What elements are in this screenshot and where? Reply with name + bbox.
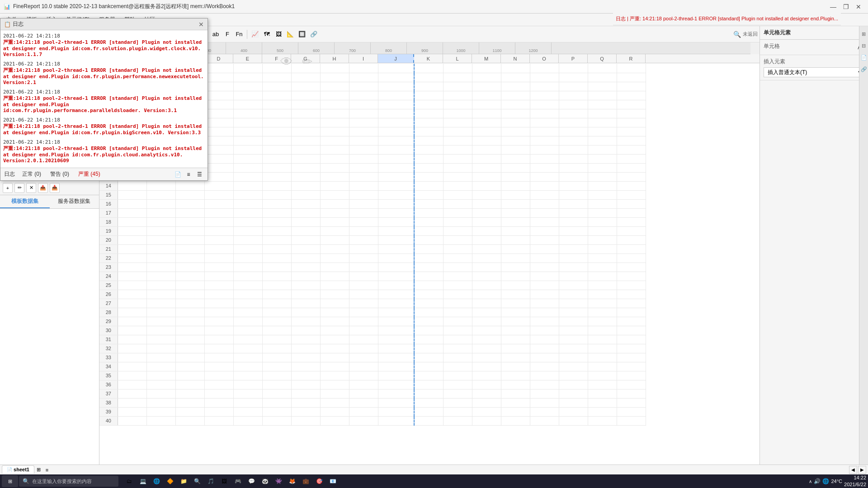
cell-Q37[interactable] (588, 389, 617, 398)
cell-B39[interactable] (146, 407, 175, 416)
cell-C34[interactable] (175, 362, 204, 371)
restore-button[interactable]: ❐ (840, 2, 852, 11)
format-btn[interactable]: F (222, 28, 233, 40)
sheet-scroll-right[interactable]: ▶ (858, 466, 866, 474)
cell-H21[interactable] (320, 244, 349, 253)
cell-E39[interactable] (233, 407, 262, 416)
cell-D14[interactable] (204, 181, 233, 190)
cell-D27[interactable] (204, 299, 233, 308)
cell-N38[interactable] (501, 398, 530, 407)
cell-M15[interactable] (472, 190, 501, 199)
cell-C18[interactable] (175, 217, 204, 226)
cell-J32[interactable] (378, 344, 414, 353)
cell-P18[interactable] (559, 217, 588, 226)
cell-Q7[interactable] (588, 118, 617, 127)
cell-Q18[interactable] (588, 217, 617, 226)
cell-P21[interactable] (559, 244, 588, 253)
cell-K19[interactable] (414, 226, 443, 235)
cell-O16[interactable] (530, 199, 559, 208)
cell-O29[interactable] (530, 317, 559, 326)
cell-K17[interactable] (414, 208, 443, 217)
cell-G8[interactable] (291, 127, 320, 136)
cell-P26[interactable] (559, 290, 588, 299)
cell-P30[interactable] (559, 326, 588, 335)
cell-I38[interactable] (349, 398, 378, 407)
cell-A32[interactable] (118, 344, 146, 353)
row-number-15[interactable]: 15 (99, 190, 118, 199)
cell-B22[interactable] (146, 253, 175, 263)
cell-K20[interactable] (414, 235, 443, 244)
cell-K34[interactable] (414, 362, 443, 371)
cell-G29[interactable] (291, 317, 320, 326)
cell-O28[interactable] (530, 308, 559, 317)
cell-Q38[interactable] (588, 398, 617, 407)
cell-M22[interactable] (472, 253, 501, 263)
cell-I27[interactable] (349, 299, 378, 308)
cell-O7[interactable] (530, 118, 559, 127)
cell-F2[interactable] (262, 73, 291, 82)
cell-H2[interactable] (320, 73, 349, 82)
cell-I22[interactable] (349, 253, 378, 263)
taskbar-app-10[interactable]: 🐼 (259, 475, 271, 487)
cell-O17[interactable] (530, 208, 559, 217)
cell-K29[interactable] (414, 317, 443, 326)
taskbar-app-8[interactable]: 🎮 (231, 475, 244, 487)
map-btn[interactable]: 🗺 (261, 28, 272, 40)
cell-R34[interactable] (617, 362, 646, 371)
cell-L27[interactable] (443, 299, 472, 308)
cell-C21[interactable] (175, 244, 204, 253)
rp-icon-insert[interactable]: ⊟ (860, 42, 868, 50)
cell-P40[interactable] (559, 416, 588, 425)
row-number-20[interactable]: 20 (99, 235, 118, 244)
cell-O5[interactable] (530, 100, 559, 109)
cell-G23[interactable] (291, 263, 320, 272)
cell-A36[interactable] (118, 380, 146, 389)
cell-H22[interactable] (320, 253, 349, 263)
cell-E15[interactable] (233, 190, 262, 199)
cell-J6[interactable] (378, 109, 414, 118)
cell-I25[interactable] (349, 281, 378, 290)
cell-R18[interactable] (617, 217, 646, 226)
row-number-25[interactable]: 25 (99, 281, 118, 290)
cell-E3[interactable] (233, 82, 262, 91)
cell-P22[interactable] (559, 253, 588, 263)
cell-J39[interactable] (378, 407, 414, 416)
cell-O4[interactable] (530, 91, 559, 100)
cell-P14[interactable] (559, 181, 588, 190)
cell-R21[interactable] (617, 244, 646, 253)
cell-C39[interactable] (175, 407, 204, 416)
cell-G24[interactable] (291, 272, 320, 281)
cell-O15[interactable] (530, 190, 559, 199)
cell-H31[interactable] (320, 335, 349, 344)
cell-E18[interactable] (233, 217, 262, 226)
cell-P6[interactable] (559, 109, 588, 118)
cell-A24[interactable] (118, 272, 146, 281)
rp-icon-grid[interactable]: ⊞ (860, 30, 868, 38)
cell-R14[interactable] (617, 181, 646, 190)
cell-A21[interactable] (118, 244, 146, 253)
cell-I1[interactable] (349, 64, 378, 73)
cell-J20[interactable] (378, 235, 414, 244)
cell-A20[interactable] (118, 235, 146, 244)
cell-E33[interactable] (233, 353, 262, 362)
cell-N5[interactable] (501, 100, 530, 109)
cell-G3[interactable] (291, 82, 320, 91)
cell-G15[interactable] (291, 190, 320, 199)
row-number-28[interactable]: 28 (99, 308, 118, 317)
cell-O32[interactable] (530, 344, 559, 353)
cell-K16[interactable] (414, 199, 443, 208)
cell-M13[interactable] (472, 172, 501, 181)
row-number-22[interactable]: 22 (99, 253, 118, 263)
cell-J23[interactable] (378, 263, 414, 272)
cell-K11[interactable] (414, 154, 443, 163)
cell-O9[interactable] (530, 136, 559, 145)
cell-G6[interactable] (291, 109, 320, 118)
cell-C25[interactable] (175, 281, 204, 290)
cell-L11[interactable] (443, 154, 472, 163)
cell-J31[interactable] (378, 335, 414, 344)
cell-F26[interactable] (262, 290, 291, 299)
cell-O12[interactable] (530, 163, 559, 172)
taskbar-clock[interactable]: 14:22 2021/6/22 (844, 474, 866, 488)
cell-M24[interactable] (472, 272, 501, 281)
cell-E31[interactable] (233, 335, 262, 344)
